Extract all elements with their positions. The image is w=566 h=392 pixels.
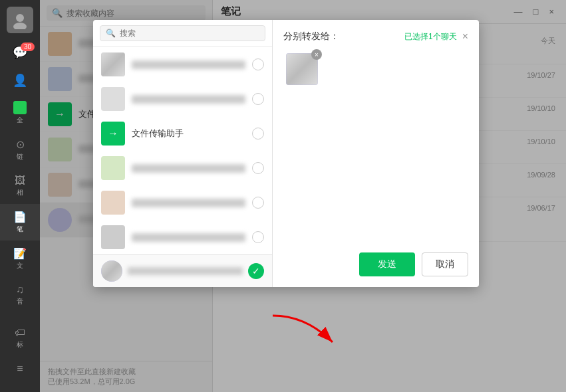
- modal-selected-bottom: ✓: [93, 254, 272, 287]
- main-area: 🔍: [40, 0, 566, 392]
- chat-badge: 30: [21, 43, 35, 51]
- contact-checkbox[interactable]: [252, 128, 264, 140]
- contact-name: [132, 60, 245, 69]
- links-label: 链: [17, 152, 23, 161]
- chip-remove-button[interactable]: ×: [311, 49, 322, 60]
- avatar-image: [101, 260, 122, 282]
- sidebar: 💬 30 👤 全 ⊙ 链 🖼 相 📄 笔 📝 文 ♫ 音 🏷 标 ≡: [0, 0, 40, 392]
- sidebar-item-notes[interactable]: 📄 笔: [0, 204, 40, 241]
- contact-name: [132, 233, 245, 242]
- contact-checkbox[interactable]: [252, 93, 264, 105]
- modal-search-icon: 🔍: [106, 29, 116, 38]
- modal-contact-item[interactable]: [93, 220, 272, 254]
- contact-avatar: [101, 225, 125, 249]
- red-arrow: [266, 309, 346, 355]
- svg-point-1: [13, 23, 27, 29]
- file-transfer-icon: →: [101, 122, 125, 146]
- music-label: 音: [17, 297, 23, 306]
- modal-search-area: 🔍: [93, 20, 272, 47]
- contact-checkbox[interactable]: [252, 58, 264, 70]
- sidebar-item-contacts[interactable]: 👤: [0, 66, 40, 94]
- modal-title: 分别转发给：: [283, 31, 339, 43]
- modal-close-button[interactable]: ×: [462, 31, 468, 43]
- modal-contact-item[interactable]: [93, 82, 272, 116]
- contact-avatar: [101, 156, 125, 180]
- sidebar-item-links[interactable]: ⊙ 链: [0, 132, 40, 168]
- selected-count: 已选择1个聊天: [404, 31, 457, 43]
- contact-name: [132, 164, 245, 173]
- notes-label: 笔: [17, 225, 23, 234]
- contact-avatar: [101, 191, 125, 215]
- sidebar-item-tags[interactable]: 🏷 标: [15, 320, 25, 356]
- sidebar-item-photos[interactable]: 🖼 相: [0, 168, 40, 204]
- apps-label: 全: [17, 116, 23, 125]
- notes-icon: 📄: [13, 211, 27, 223]
- contact-name: [132, 199, 245, 207]
- photos-label: 相: [17, 188, 23, 197]
- selected-checkmark[interactable]: ✓: [248, 263, 264, 279]
- sidebar-item-menu[interactable]: ≡: [15, 356, 25, 381]
- links-icon: ⊙: [16, 138, 25, 151]
- svg-point-0: [16, 14, 24, 22]
- sidebar-item-chat[interactable]: 💬 30: [0, 39, 40, 66]
- contact-avatar: [101, 52, 125, 76]
- sidebar-item-music[interactable]: ♫ 音: [0, 277, 40, 313]
- tags-icon: 🏷: [15, 327, 25, 339]
- selected-chip: ×: [286, 53, 318, 85]
- menu-icon: ≡: [17, 363, 23, 375]
- contact-name: [132, 95, 245, 104]
- modal-selected-list: ×: [283, 50, 468, 242]
- sidebar-item-apps[interactable]: 全: [0, 94, 40, 132]
- send-button[interactable]: 发送: [359, 252, 415, 276]
- contacts-icon: 👤: [13, 73, 27, 88]
- contact-avatar-file-transfer: →: [101, 122, 125, 146]
- modal-overlay: 🔍: [40, 0, 566, 392]
- tags-label: 标: [17, 340, 23, 349]
- contact-avatar: [101, 87, 125, 111]
- docs-icon: 📝: [13, 247, 27, 260]
- modal-right-header: 分别转发给： 已选择1个聊天 ×: [283, 31, 468, 43]
- docs-label: 文: [17, 261, 23, 270]
- modal-contact-item[interactable]: [93, 47, 272, 82]
- contact-checkbox[interactable]: [252, 197, 264, 209]
- modal-contact-item-file-transfer[interactable]: → 文件传输助手: [93, 116, 272, 151]
- sidebar-item-docs[interactable]: 📝 文: [0, 241, 40, 277]
- music-icon: ♫: [16, 284, 24, 296]
- modal-contact-item[interactable]: [93, 185, 272, 220]
- modal-actions: 发送 取消: [283, 252, 468, 276]
- modal-search-box: 🔍: [100, 25, 265, 41]
- modal-right-panel: 分别转发给： 已选择1个聊天 × × 发送: [273, 20, 479, 287]
- selected-name: [128, 267, 243, 275]
- photos-icon: 🖼: [15, 175, 25, 187]
- modal-contact-list: → 文件传输助手: [93, 47, 272, 254]
- avatar-image: [101, 52, 125, 76]
- contact-name-file-transfer: 文件传输助手: [132, 128, 245, 140]
- selected-avatar: [101, 260, 122, 282]
- modal-search-input[interactable]: [120, 29, 259, 38]
- contact-checkbox[interactable]: [252, 162, 264, 174]
- apps-icon: [13, 101, 27, 114]
- modal-contact-picker: 🔍: [93, 20, 273, 287]
- forward-modal: 🔍: [93, 20, 479, 287]
- modal-contact-item[interactable]: [93, 151, 272, 185]
- avatar[interactable]: [7, 7, 33, 33]
- contact-checkbox[interactable]: [252, 231, 264, 243]
- cancel-button[interactable]: 取消: [422, 252, 468, 276]
